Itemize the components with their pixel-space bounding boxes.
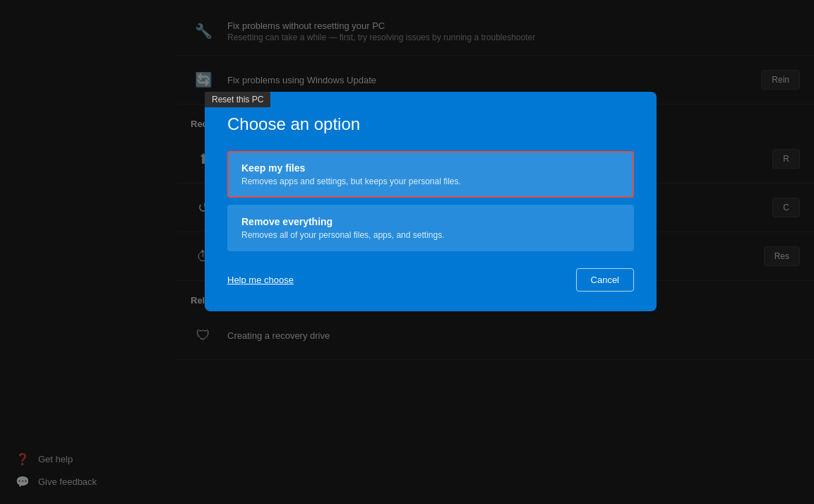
dialog-title: Choose an option	[227, 114, 634, 134]
remove-everything-desc: Removes all of your personal files, apps…	[241, 230, 620, 240]
keep-files-title: Keep my files	[241, 162, 620, 174]
dialog-footer: Help me choose Cancel	[227, 268, 634, 292]
keep-files-option[interactable]: Keep my files Removes apps and settings,…	[227, 151, 634, 198]
choose-option-dialog: Choose an option Keep my files Removes a…	[205, 92, 657, 311]
remove-everything-option[interactable]: Remove everything Removes all of your pe…	[227, 205, 634, 251]
keep-files-desc: Removes apps and settings, but keeps you…	[241, 176, 620, 186]
remove-everything-title: Remove everything	[241, 216, 620, 227]
help-me-choose-link[interactable]: Help me choose	[227, 275, 294, 285]
reset-pc-tooltip: Reset this PC	[205, 92, 270, 107]
cancel-button[interactable]: Cancel	[576, 268, 634, 292]
